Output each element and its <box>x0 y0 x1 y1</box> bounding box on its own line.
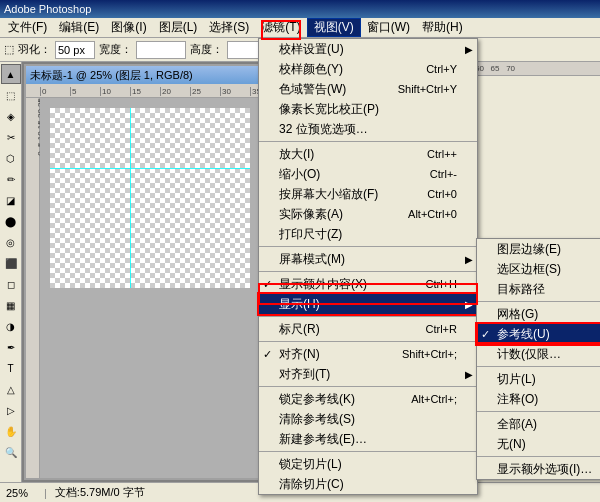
shortcut-label: Alt+Ctrl+; <box>391 393 457 405</box>
menu-lock-guides[interactable]: 锁定参考线(K) Alt+Ctrl+; <box>259 389 477 409</box>
shortcut-label: Alt+Ctrl+0 <box>388 208 457 220</box>
menu-snap-to[interactable]: 对齐到(T) ▶ <box>259 364 477 384</box>
menu-show[interactable]: 显示(H) ▶ <box>259 294 477 314</box>
menu-view[interactable]: 视图(V) <box>307 18 361 37</box>
guide-vertical <box>130 108 131 288</box>
menu-new-guide[interactable]: 新建参考线(E)… <box>259 429 477 449</box>
menu-item-label: 像素长宽比校正(P) <box>279 101 379 118</box>
tool-healing[interactable]: ◪ <box>1 190 21 210</box>
tool-magic-wand[interactable]: ✂ <box>1 127 21 147</box>
submenu-count[interactable]: 计数(仅限… <box>477 344 600 364</box>
separator <box>477 301 600 302</box>
tool-clone[interactable]: ◎ <box>1 232 21 252</box>
submenu-none[interactable]: 无(N) <box>477 434 600 454</box>
width-input[interactable] <box>136 41 186 59</box>
menu-snap[interactable]: ✓ 对齐(N) Shift+Ctrl+; <box>259 344 477 364</box>
tool-lasso[interactable]: ◈ <box>1 106 21 126</box>
menu-item-label: 对齐到(T) <box>279 366 330 383</box>
menu-32bit[interactable]: 32 位预览选项… <box>259 119 477 139</box>
submenu-grid[interactable]: 网格(G) Ctrl+' <box>477 304 600 324</box>
menu-proof-colors[interactable]: 校样颜色(Y) Ctrl+Y <box>259 59 477 79</box>
menu-actual-pixels[interactable]: 实际像素(A) Alt+Ctrl+0 <box>259 204 477 224</box>
menu-select[interactable]: 选择(S) <box>203 18 255 37</box>
menu-item-label: 按屏幕大小缩放(F) <box>279 186 378 203</box>
menu-print-size[interactable]: 打印尺寸(Z) <box>259 224 477 244</box>
menu-screen-mode[interactable]: 屏幕模式(M) ▶ <box>259 249 477 269</box>
tool-brush[interactable]: ⬤ <box>1 211 21 231</box>
menu-item-label: 屏幕模式(M) <box>279 251 345 268</box>
menu-clear-guides[interactable]: 清除参考线(S) <box>259 409 477 429</box>
guide-horizontal <box>50 168 250 169</box>
top-ruler-panel: 60 65 70 <box>471 62 600 76</box>
shortcut-label: Ctrl++ <box>407 148 457 160</box>
menu-file[interactable]: 文件(F) <box>2 18 53 37</box>
menu-window[interactable]: 窗口(W) <box>361 18 416 37</box>
shortcut-label: Ctrl+- <box>410 168 457 180</box>
canvas-title: 未标题-1 @ 25% (图层 1, RGB/8) <box>30 68 193 83</box>
menu-gamut-warning[interactable]: 色域警告(W) Shift+Ctrl+Y <box>259 79 477 99</box>
menu-lock-slices[interactable]: 锁定切片(L) <box>259 454 477 474</box>
menu-item-label: 注释(O) <box>497 391 538 408</box>
shortcut-label: Ctrl+R <box>406 323 457 335</box>
tool-eraser[interactable]: ◻ <box>1 274 21 294</box>
menu-item-label: 切片(L) <box>497 371 536 388</box>
tool-crop[interactable]: ⬡ <box>1 148 21 168</box>
submenu-show-extras[interactable]: 显示额外选项(I)… <box>477 459 600 479</box>
submenu-selection-edges[interactable]: 选区边框(S) <box>477 259 600 279</box>
show-submenu-dropdown[interactable]: 图层边缘(E) 选区边框(S) 目标路径 Sh.. 网格(G) Ctrl+' ✓… <box>476 238 600 480</box>
tool-shape[interactable]: △ <box>1 379 21 399</box>
menu-image[interactable]: 图像(I) <box>105 18 152 37</box>
options-tool-icon: ⬚ <box>4 43 14 56</box>
submenu-guides[interactable]: ✓ 参考线(U) Ctrl+; <box>477 324 600 344</box>
tool-zoom[interactable]: 🔍 <box>1 442 21 462</box>
menu-rulers[interactable]: 标尺(R) Ctrl+R <box>259 319 477 339</box>
submenu-slices[interactable]: 切片(L) <box>477 369 600 389</box>
separator <box>259 271 477 272</box>
tool-text[interactable]: T <box>1 358 21 378</box>
menu-proof-setup[interactable]: 校样设置(U) ▶ <box>259 39 477 59</box>
arrow-icon: ▶ <box>465 369 473 380</box>
menu-fit-screen[interactable]: 按屏幕大小缩放(F) Ctrl+0 <box>259 184 477 204</box>
tool-pen[interactable]: ✒ <box>1 337 21 357</box>
file-info: 文档:5.79M/0 字节 <box>55 485 145 500</box>
vertical-ruler: 0 5 10 15 20 25 <box>26 98 40 478</box>
tool-gradient[interactable]: ▦ <box>1 295 21 315</box>
menu-filter[interactable]: 滤镜(T) <box>255 18 306 37</box>
menu-edit[interactable]: 编辑(E) <box>53 18 105 37</box>
menu-item-label: 选区边框(S) <box>497 261 561 278</box>
submenu-target-path[interactable]: 目标路径 Sh.. <box>477 279 600 299</box>
separator <box>477 366 600 367</box>
menu-layer[interactable]: 图层(L) <box>153 18 204 37</box>
menu-help[interactable]: 帮助(H) <box>416 18 469 37</box>
menu-item-label: 缩小(O) <box>279 166 320 183</box>
check-icon: ✓ <box>481 328 490 341</box>
submenu-all[interactable]: 全部(A) <box>477 414 600 434</box>
tool-history[interactable]: ⬛ <box>1 253 21 273</box>
shortcut-label: Ctrl+0 <box>407 188 457 200</box>
menu-item-label: 放大(I) <box>279 146 314 163</box>
menu-zoom-in[interactable]: 放大(I) Ctrl++ <box>259 144 477 164</box>
tool-marquee[interactable]: ⬚ <box>1 85 21 105</box>
canvas-image <box>50 108 250 288</box>
menu-pixel-aspect[interactable]: 像素长宽比校正(P) <box>259 99 477 119</box>
arrow-icon: ▶ <box>465 44 473 55</box>
menu-item-label: 网格(G) <box>497 306 538 323</box>
menu-zoom-out[interactable]: 缩小(O) Ctrl+- <box>259 164 477 184</box>
submenu-notes[interactable]: 注释(O) <box>477 389 600 409</box>
menu-item-label: 锁定参考线(K) <box>279 391 355 408</box>
menu-item-label: 显示(H) <box>279 296 320 313</box>
app-title: Adobe Photoshop <box>4 3 91 15</box>
tool-eyedropper[interactable]: ✏ <box>1 169 21 189</box>
tool-move[interactable]: ▲ <box>1 64 21 84</box>
tool-path-select[interactable]: ▷ <box>1 400 21 420</box>
separator <box>259 451 477 452</box>
feather-input[interactable] <box>55 41 95 59</box>
tool-hand[interactable]: ✋ <box>1 421 21 441</box>
menu-clear-slices[interactable]: 清除切片(C) <box>259 474 477 494</box>
view-menu-dropdown[interactable]: 校样设置(U) ▶ 校样颜色(Y) Ctrl+Y 色域警告(W) Shift+C… <box>258 38 478 495</box>
menu-item-label: 新建参考线(E)… <box>279 431 367 448</box>
width-label: 宽度： <box>99 42 132 57</box>
submenu-layer-edges[interactable]: 图层边缘(E) <box>477 239 600 259</box>
tool-dodge[interactable]: ◑ <box>1 316 21 336</box>
menu-extras[interactable]: ✓ 显示额外内容(X) Ctrl+H <box>259 274 477 294</box>
